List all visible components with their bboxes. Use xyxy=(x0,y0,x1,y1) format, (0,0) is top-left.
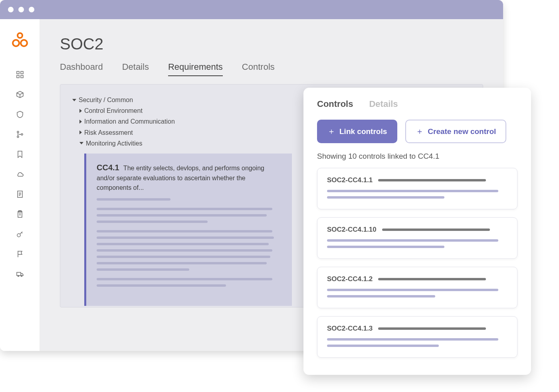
page-title: SOC2 xyxy=(60,35,483,53)
placeholder-line xyxy=(97,278,272,280)
requirement-header: CC4.1 The entity selects, devlops, and p… xyxy=(97,162,281,193)
placeholder-line xyxy=(97,284,226,287)
svg-rect-4 xyxy=(21,71,23,74)
svg-point-8 xyxy=(17,136,19,138)
window-dot xyxy=(8,7,14,12)
placeholder-line xyxy=(97,208,272,210)
placeholder-line xyxy=(97,243,269,245)
shield-icon[interactable] xyxy=(16,110,24,119)
plus-icon: ＋ xyxy=(327,126,335,137)
button-label: Link controls xyxy=(339,127,387,136)
control-id: SOC2-CC4.1.10 xyxy=(327,226,377,234)
caret-down-icon xyxy=(72,99,76,101)
placeholder-line xyxy=(378,179,486,181)
svg-point-16 xyxy=(21,276,22,277)
placeholder-line xyxy=(97,198,170,201)
placeholder-line xyxy=(327,338,498,341)
side-panel-tabs: Controls Details xyxy=(317,99,517,109)
bookmark-icon[interactable] xyxy=(16,150,24,159)
tab-requirements[interactable]: Requirements xyxy=(168,62,223,76)
tree-label: Risk Assessment xyxy=(84,127,133,138)
flag-icon[interactable] xyxy=(16,250,24,258)
tab-details[interactable]: Details xyxy=(122,62,149,76)
placeholder-line xyxy=(97,268,189,271)
placeholder-line xyxy=(97,236,274,239)
svg-point-0 xyxy=(18,33,22,38)
placeholder-line xyxy=(327,246,444,248)
placeholder-line xyxy=(378,278,486,280)
svg-rect-3 xyxy=(17,71,19,74)
caret-down-icon xyxy=(79,142,83,144)
window-dot xyxy=(18,7,24,12)
svg-rect-14 xyxy=(17,272,21,276)
tab-controls[interactable]: Controls xyxy=(242,62,275,76)
link-controls-button[interactable]: ＋ Link controls xyxy=(317,120,397,143)
document-icon[interactable] xyxy=(16,190,24,199)
sp-tab-details[interactable]: Details xyxy=(369,99,398,109)
requirement-code: CC4.1 xyxy=(97,163,119,172)
truck-icon[interactable] xyxy=(16,270,24,278)
placeholder-line xyxy=(327,196,444,199)
tree-label: Security / Common xyxy=(79,95,133,105)
svg-point-2 xyxy=(21,40,27,46)
svg-point-1 xyxy=(13,40,19,46)
create-control-button[interactable]: ＋ Create new control xyxy=(405,120,506,143)
svg-rect-5 xyxy=(17,75,19,78)
control-id: SOC2-CC4.1.1 xyxy=(327,176,373,184)
control-card[interactable]: SOC2-CC4.1.3 xyxy=(317,316,517,358)
svg-point-9 xyxy=(21,134,23,135)
placeholder-line xyxy=(382,229,490,231)
caret-right-icon xyxy=(79,109,82,113)
clipboard-icon[interactable] xyxy=(16,210,24,219)
placeholder-line xyxy=(327,295,435,297)
package-icon[interactable] xyxy=(16,90,24,99)
placeholder-line xyxy=(327,289,498,291)
sidebar xyxy=(0,19,40,351)
app-logo-icon xyxy=(11,31,29,51)
control-card[interactable]: SOC2-CC4.1.10 xyxy=(317,217,517,259)
side-panel-actions: ＋ Link controls ＋ Create new control xyxy=(317,120,517,143)
svg-point-13 xyxy=(17,234,20,237)
placeholder-line xyxy=(97,230,272,232)
branch-icon[interactable] xyxy=(16,130,24,139)
caret-right-icon xyxy=(79,120,82,124)
placeholder-line xyxy=(97,262,267,264)
control-id: SOC2-CC4.1.2 xyxy=(327,275,373,283)
plus-icon: ＋ xyxy=(416,126,424,137)
control-id: SOC2-CC4.1.3 xyxy=(327,325,373,333)
svg-rect-6 xyxy=(21,75,23,78)
placeholder-line xyxy=(97,256,270,258)
controls-side-panel: Controls Details ＋ Link controls ＋ Creat… xyxy=(303,88,531,375)
svg-point-7 xyxy=(17,131,19,133)
placeholder-line xyxy=(97,214,267,217)
placeholder-line xyxy=(97,249,272,252)
tab-dashboard[interactable]: Dashboard xyxy=(60,62,103,76)
requirement-card[interactable]: CC4.1 The entity selects, devlops, and p… xyxy=(84,154,292,306)
tree-label: Control Environment xyxy=(84,105,143,116)
placeholder-line xyxy=(97,221,208,223)
placeholder-line xyxy=(327,190,498,192)
button-label: Create new control xyxy=(428,127,496,136)
window-titlebar xyxy=(0,0,503,19)
window-dot xyxy=(29,7,34,12)
controls-summary: Showing 10 controls linked to CC4.1 xyxy=(317,152,517,161)
placeholder-line xyxy=(327,345,439,347)
sp-tab-controls[interactable]: Controls xyxy=(317,99,353,109)
svg-point-15 xyxy=(18,276,19,277)
dashboard-icon[interactable] xyxy=(16,70,24,79)
control-card[interactable]: SOC2-CC4.1.2 xyxy=(317,267,517,308)
tree-label: Monitoring Activities xyxy=(86,138,142,149)
cloud-icon[interactable] xyxy=(16,170,24,179)
tree-label: Information and Communication xyxy=(84,116,175,127)
main-tabs: Dashboard Details Requirements Controls xyxy=(60,62,483,76)
control-card[interactable]: SOC2-CC4.1.1 xyxy=(317,168,517,209)
placeholder-line xyxy=(378,327,486,330)
placeholder-line xyxy=(327,239,498,242)
requirement-text: The entity selects, devlops, and perform… xyxy=(97,165,264,191)
caret-right-icon xyxy=(79,130,82,134)
key-icon[interactable] xyxy=(16,230,24,238)
